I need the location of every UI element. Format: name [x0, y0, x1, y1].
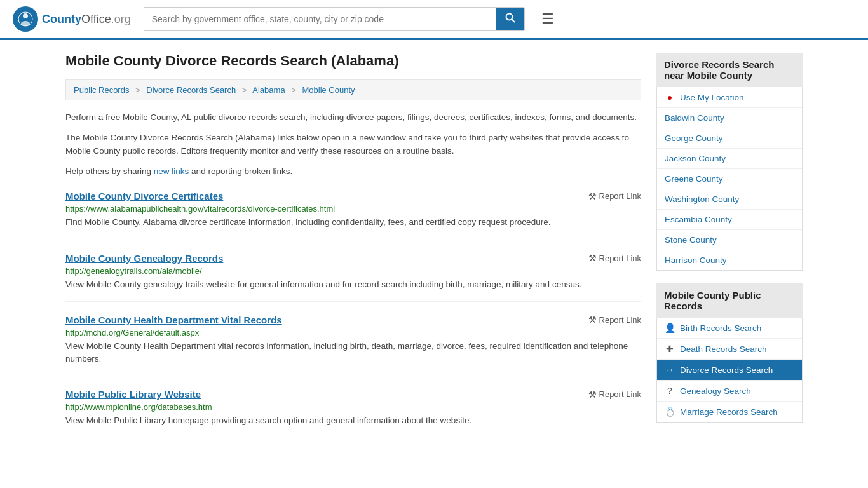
- divorce-records-link[interactable]: ↔ Divorce Records Search: [657, 360, 802, 380]
- svg-point-1: [23, 13, 28, 18]
- genealogy-item: ? Genealogy Search: [657, 381, 802, 402]
- report-link-1[interactable]: ⚒ Report Link: [588, 191, 641, 201]
- birth-records-item: 👤 Birth Records Search: [657, 318, 802, 339]
- baldwin-county-link[interactable]: Baldwin County: [657, 108, 802, 128]
- result-desc-2: View Mobile County genealogy trails webs…: [65, 278, 641, 291]
- search-button[interactable]: [496, 8, 524, 30]
- divorce-records-item: ↔ Divorce Records Search: [657, 360, 802, 381]
- main-container: Mobile County Divorce Records Search (Al…: [53, 40, 815, 463]
- harrison-county-link[interactable]: Harrison County: [657, 250, 802, 270]
- jackson-county-link[interactable]: Jackson County: [657, 149, 802, 168]
- birth-records-link[interactable]: 👤 Birth Records Search: [657, 318, 802, 338]
- description-2: The Mobile County Divorce Records Search…: [65, 131, 641, 158]
- list-item: George County: [657, 128, 802, 149]
- genealogy-link[interactable]: ? Genealogy Search: [657, 381, 802, 401]
- george-county-link[interactable]: George County: [657, 128, 802, 148]
- report-icon-1: ⚒: [588, 191, 597, 201]
- description-1: Perform a free Mobile County, AL public …: [65, 111, 641, 125]
- nearby-list: ● Use My Location Baldwin County George …: [656, 87, 803, 271]
- report-link-2[interactable]: ⚒ Report Link: [588, 253, 641, 263]
- arrows-icon: ↔: [665, 365, 675, 375]
- public-records-header: Mobile County Public Records: [656, 283, 803, 318]
- sidebar: Divorce Records Search near Mobile Count…: [656, 53, 803, 451]
- public-records-section: Mobile County Public Records 👤 Birth Rec…: [656, 283, 803, 423]
- result-item: Mobile County Divorce Certificates ⚒ Rep…: [65, 191, 641, 240]
- report-link-4[interactable]: ⚒ Report Link: [588, 390, 641, 400]
- list-item: Jackson County: [657, 149, 802, 169]
- stone-county-link[interactable]: Stone County: [657, 230, 802, 250]
- result-item: Mobile Public Library Website ⚒ Report L…: [65, 389, 641, 437]
- question-icon: ?: [665, 386, 675, 396]
- result-title-1[interactable]: Mobile County Divorce Certificates: [65, 191, 223, 201]
- nearby-header: Divorce Records Search near Mobile Count…: [656, 53, 803, 87]
- breadcrumb-public-records[interactable]: Public Records: [74, 85, 129, 95]
- list-item: Washington County: [657, 189, 802, 210]
- breadcrumb: Public Records > Divorce Records Search …: [65, 79, 641, 100]
- use-my-location-item: ● Use My Location: [657, 87, 802, 108]
- logo-link[interactable]: CountyOffice.org: [13, 6, 131, 32]
- result-desc-1: Find Mobile County, Alabama divorce cert…: [65, 216, 641, 229]
- menu-icon[interactable]: ☰: [538, 7, 558, 31]
- site-header: CountyOffice.org ☰: [0, 0, 868, 40]
- result-url-3[interactable]: http://mchd.org/General/default.aspx: [65, 328, 641, 337]
- result-title-4[interactable]: Mobile Public Library Website: [65, 389, 201, 400]
- public-records-list: 👤 Birth Records Search ✚ Death Records S…: [656, 318, 803, 423]
- report-icon-4: ⚒: [588, 390, 597, 400]
- death-records-item: ✚ Death Records Search: [657, 339, 802, 360]
- result-desc-3: View Mobile County Health Department vit…: [65, 340, 641, 366]
- result-url-1[interactable]: https://www.alabamapublichealth.gov/vita…: [65, 204, 641, 214]
- description-3: Help others by sharing new links and rep…: [65, 165, 641, 179]
- svg-line-5: [512, 20, 515, 23]
- use-my-location-link[interactable]: ● Use My Location: [657, 87, 802, 107]
- marriage-records-item: 💍 Marriage Records Search: [657, 402, 802, 422]
- breadcrumb-mobile-county[interactable]: Mobile County: [302, 85, 355, 95]
- breadcrumb-divorce-records[interactable]: Divorce Records Search: [146, 85, 236, 95]
- death-records-link[interactable]: ✚ Death Records Search: [657, 339, 802, 359]
- greene-county-link[interactable]: Greene County: [657, 169, 802, 189]
- report-icon-3: ⚒: [588, 315, 597, 325]
- escambia-county-link[interactable]: Escambia County: [657, 210, 802, 229]
- washington-county-link[interactable]: Washington County: [657, 189, 802, 209]
- results-list: Mobile County Divorce Certificates ⚒ Rep…: [65, 191, 641, 437]
- list-item: Harrison County: [657, 250, 802, 270]
- marriage-records-link[interactable]: 💍 Marriage Records Search: [657, 402, 802, 422]
- report-icon-2: ⚒: [588, 253, 597, 263]
- list-item: Escambia County: [657, 210, 802, 230]
- main-content: Mobile County Divorce Records Search (Al…: [65, 53, 641, 451]
- result-item: Mobile County Genealogy Records ⚒ Report…: [65, 253, 641, 302]
- page-title: Mobile County Divorce Records Search (Al…: [65, 53, 641, 69]
- result-title-2[interactable]: Mobile County Genealogy Records: [65, 253, 223, 264]
- new-links-link[interactable]: new links: [154, 166, 189, 176]
- search-bar: [144, 7, 525, 31]
- list-item: Stone County: [657, 230, 802, 250]
- location-icon: ●: [665, 92, 675, 102]
- breadcrumb-alabama[interactable]: Alabama: [252, 85, 285, 95]
- result-item: Mobile County Health Department Vital Re…: [65, 315, 641, 377]
- result-desc-4: View Mobile Public Library homepage prov…: [65, 414, 641, 427]
- svg-point-4: [506, 14, 512, 20]
- report-link-3[interactable]: ⚒ Report Link: [588, 315, 641, 325]
- result-url-2[interactable]: http://genealogytrails.com/ala/mobile/: [65, 266, 641, 276]
- nearby-section: Divorce Records Search near Mobile Count…: [656, 53, 803, 271]
- logo-text: CountyOffice.org: [42, 13, 131, 26]
- list-item: Baldwin County: [657, 108, 802, 128]
- list-item: Greene County: [657, 169, 802, 189]
- result-url-4[interactable]: http://www.mplonline.org/databases.htm: [65, 402, 641, 412]
- rings-icon: 💍: [665, 407, 675, 417]
- search-input[interactable]: [144, 8, 496, 30]
- logo-icon: [13, 6, 38, 32]
- person-icon: 👤: [665, 323, 675, 333]
- cross-icon: ✚: [665, 344, 675, 354]
- result-title-3[interactable]: Mobile County Health Department Vital Re…: [65, 315, 282, 325]
